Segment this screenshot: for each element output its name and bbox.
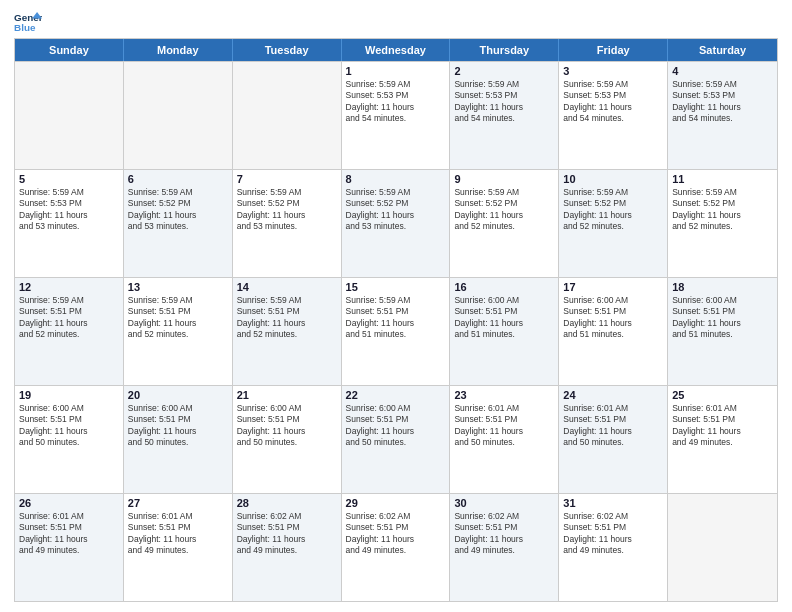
- calendar-header: SundayMondayTuesdayWednesdayThursdayFrid…: [15, 39, 777, 61]
- day-number: 16: [454, 281, 554, 293]
- cell-info: Sunrise: 6:00 AM Sunset: 5:51 PM Dayligh…: [563, 295, 663, 341]
- calendar-cell: 3Sunrise: 5:59 AM Sunset: 5:53 PM Daylig…: [559, 62, 668, 169]
- cell-info: Sunrise: 5:59 AM Sunset: 5:53 PM Dayligh…: [672, 79, 773, 125]
- cell-info: Sunrise: 5:59 AM Sunset: 5:52 PM Dayligh…: [454, 187, 554, 233]
- cell-info: Sunrise: 6:01 AM Sunset: 5:51 PM Dayligh…: [454, 403, 554, 449]
- day-number: 31: [563, 497, 663, 509]
- day-header: Tuesday: [233, 39, 342, 61]
- day-number: 24: [563, 389, 663, 401]
- cell-info: Sunrise: 5:59 AM Sunset: 5:52 PM Dayligh…: [128, 187, 228, 233]
- calendar-cell: 26Sunrise: 6:01 AM Sunset: 5:51 PM Dayli…: [15, 494, 124, 601]
- calendar-cell: 9Sunrise: 5:59 AM Sunset: 5:52 PM Daylig…: [450, 170, 559, 277]
- cell-info: Sunrise: 5:59 AM Sunset: 5:53 PM Dayligh…: [454, 79, 554, 125]
- day-number: 4: [672, 65, 773, 77]
- day-number: 3: [563, 65, 663, 77]
- cell-info: Sunrise: 5:59 AM Sunset: 5:53 PM Dayligh…: [346, 79, 446, 125]
- cell-info: Sunrise: 6:02 AM Sunset: 5:51 PM Dayligh…: [237, 511, 337, 557]
- cell-info: Sunrise: 6:00 AM Sunset: 5:51 PM Dayligh…: [454, 295, 554, 341]
- calendar-cell: 10Sunrise: 5:59 AM Sunset: 5:52 PM Dayli…: [559, 170, 668, 277]
- day-header: Saturday: [668, 39, 777, 61]
- calendar-body: 1Sunrise: 5:59 AM Sunset: 5:53 PM Daylig…: [15, 61, 777, 601]
- cell-info: Sunrise: 5:59 AM Sunset: 5:52 PM Dayligh…: [237, 187, 337, 233]
- day-number: 12: [19, 281, 119, 293]
- calendar-cell: 28Sunrise: 6:02 AM Sunset: 5:51 PM Dayli…: [233, 494, 342, 601]
- logo: General Blue: [14, 10, 46, 32]
- cell-info: Sunrise: 6:01 AM Sunset: 5:51 PM Dayligh…: [19, 511, 119, 557]
- cell-info: Sunrise: 6:01 AM Sunset: 5:51 PM Dayligh…: [672, 403, 773, 449]
- calendar-cell: [15, 62, 124, 169]
- cell-info: Sunrise: 6:00 AM Sunset: 5:51 PM Dayligh…: [128, 403, 228, 449]
- day-number: 18: [672, 281, 773, 293]
- cell-info: Sunrise: 6:00 AM Sunset: 5:51 PM Dayligh…: [672, 295, 773, 341]
- calendar-cell: 29Sunrise: 6:02 AM Sunset: 5:51 PM Dayli…: [342, 494, 451, 601]
- page: General Blue SundayMondayTuesdayWednesda…: [0, 0, 792, 612]
- day-number: 23: [454, 389, 554, 401]
- calendar-cell: 2Sunrise: 5:59 AM Sunset: 5:53 PM Daylig…: [450, 62, 559, 169]
- cell-info: Sunrise: 6:00 AM Sunset: 5:51 PM Dayligh…: [19, 403, 119, 449]
- day-number: 22: [346, 389, 446, 401]
- day-number: 2: [454, 65, 554, 77]
- calendar: SundayMondayTuesdayWednesdayThursdayFrid…: [14, 38, 778, 602]
- day-number: 1: [346, 65, 446, 77]
- day-header: Thursday: [450, 39, 559, 61]
- calendar-cell: 4Sunrise: 5:59 AM Sunset: 5:53 PM Daylig…: [668, 62, 777, 169]
- day-number: 9: [454, 173, 554, 185]
- calendar-cell: 15Sunrise: 5:59 AM Sunset: 5:51 PM Dayli…: [342, 278, 451, 385]
- day-number: 13: [128, 281, 228, 293]
- day-number: 11: [672, 173, 773, 185]
- calendar-cell: [233, 62, 342, 169]
- calendar-cell: 17Sunrise: 6:00 AM Sunset: 5:51 PM Dayli…: [559, 278, 668, 385]
- calendar-cell: 20Sunrise: 6:00 AM Sunset: 5:51 PM Dayli…: [124, 386, 233, 493]
- day-number: 29: [346, 497, 446, 509]
- day-number: 28: [237, 497, 337, 509]
- calendar-cell: 21Sunrise: 6:00 AM Sunset: 5:51 PM Dayli…: [233, 386, 342, 493]
- calendar-cell: 8Sunrise: 5:59 AM Sunset: 5:52 PM Daylig…: [342, 170, 451, 277]
- calendar-cell: 11Sunrise: 5:59 AM Sunset: 5:52 PM Dayli…: [668, 170, 777, 277]
- calendar-cell: 14Sunrise: 5:59 AM Sunset: 5:51 PM Dayli…: [233, 278, 342, 385]
- calendar-cell: 12Sunrise: 5:59 AM Sunset: 5:51 PM Dayli…: [15, 278, 124, 385]
- logo-icon: General Blue: [14, 10, 42, 32]
- cell-info: Sunrise: 5:59 AM Sunset: 5:53 PM Dayligh…: [563, 79, 663, 125]
- calendar-cell: 16Sunrise: 6:00 AM Sunset: 5:51 PM Dayli…: [450, 278, 559, 385]
- calendar-row: 1Sunrise: 5:59 AM Sunset: 5:53 PM Daylig…: [15, 61, 777, 169]
- day-number: 27: [128, 497, 228, 509]
- calendar-cell: [668, 494, 777, 601]
- day-number: 6: [128, 173, 228, 185]
- cell-info: Sunrise: 6:00 AM Sunset: 5:51 PM Dayligh…: [237, 403, 337, 449]
- day-number: 30: [454, 497, 554, 509]
- cell-info: Sunrise: 6:02 AM Sunset: 5:51 PM Dayligh…: [346, 511, 446, 557]
- day-header: Wednesday: [342, 39, 451, 61]
- cell-info: Sunrise: 5:59 AM Sunset: 5:52 PM Dayligh…: [346, 187, 446, 233]
- calendar-row: 19Sunrise: 6:00 AM Sunset: 5:51 PM Dayli…: [15, 385, 777, 493]
- day-header: Sunday: [15, 39, 124, 61]
- calendar-cell: 6Sunrise: 5:59 AM Sunset: 5:52 PM Daylig…: [124, 170, 233, 277]
- day-number: 7: [237, 173, 337, 185]
- day-number: 17: [563, 281, 663, 293]
- header: General Blue: [14, 10, 778, 32]
- calendar-row: 5Sunrise: 5:59 AM Sunset: 5:53 PM Daylig…: [15, 169, 777, 277]
- day-number: 5: [19, 173, 119, 185]
- cell-info: Sunrise: 5:59 AM Sunset: 5:51 PM Dayligh…: [346, 295, 446, 341]
- calendar-row: 26Sunrise: 6:01 AM Sunset: 5:51 PM Dayli…: [15, 493, 777, 601]
- calendar-cell: 25Sunrise: 6:01 AM Sunset: 5:51 PM Dayli…: [668, 386, 777, 493]
- calendar-cell: 30Sunrise: 6:02 AM Sunset: 5:51 PM Dayli…: [450, 494, 559, 601]
- day-number: 26: [19, 497, 119, 509]
- calendar-cell: 27Sunrise: 6:01 AM Sunset: 5:51 PM Dayli…: [124, 494, 233, 601]
- cell-info: Sunrise: 5:59 AM Sunset: 5:52 PM Dayligh…: [672, 187, 773, 233]
- calendar-cell: 18Sunrise: 6:00 AM Sunset: 5:51 PM Dayli…: [668, 278, 777, 385]
- calendar-cell: 23Sunrise: 6:01 AM Sunset: 5:51 PM Dayli…: [450, 386, 559, 493]
- svg-text:Blue: Blue: [14, 22, 36, 32]
- day-number: 10: [563, 173, 663, 185]
- day-header: Friday: [559, 39, 668, 61]
- day-number: 25: [672, 389, 773, 401]
- calendar-cell: 5Sunrise: 5:59 AM Sunset: 5:53 PM Daylig…: [15, 170, 124, 277]
- calendar-cell: 13Sunrise: 5:59 AM Sunset: 5:51 PM Dayli…: [124, 278, 233, 385]
- day-number: 15: [346, 281, 446, 293]
- calendar-cell: 1Sunrise: 5:59 AM Sunset: 5:53 PM Daylig…: [342, 62, 451, 169]
- cell-info: Sunrise: 5:59 AM Sunset: 5:52 PM Dayligh…: [563, 187, 663, 233]
- calendar-cell: 7Sunrise: 5:59 AM Sunset: 5:52 PM Daylig…: [233, 170, 342, 277]
- day-header: Monday: [124, 39, 233, 61]
- cell-info: Sunrise: 6:02 AM Sunset: 5:51 PM Dayligh…: [563, 511, 663, 557]
- calendar-cell: 31Sunrise: 6:02 AM Sunset: 5:51 PM Dayli…: [559, 494, 668, 601]
- day-number: 19: [19, 389, 119, 401]
